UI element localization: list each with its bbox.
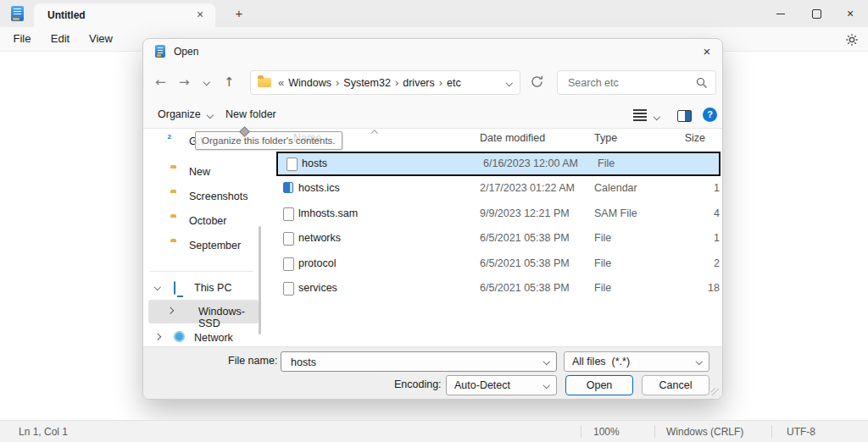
cancel-button[interactable]: Cancel — [642, 375, 709, 395]
minimize-icon — [776, 14, 785, 14]
calendar-file-icon — [283, 182, 293, 193]
file-size: 1 — [686, 232, 720, 244]
chevron-down-icon[interactable] — [542, 358, 549, 365]
file-name: services — [298, 282, 337, 294]
chevron-expanded-icon[interactable] — [154, 284, 161, 290]
search-box — [557, 70, 716, 95]
file-name: lmhosts.sam — [298, 207, 358, 219]
preview-pane-icon — [677, 110, 692, 122]
chevron-collapsed-icon[interactable] — [167, 307, 174, 314]
preview-pane-button[interactable] — [677, 110, 692, 124]
file-size: 2 — [686, 257, 720, 269]
nav-up-button[interactable]: ↑ — [224, 75, 235, 90]
dialog-footer: File name: All files (*.*) Encoding: Aut… — [143, 346, 722, 399]
file-name-combo — [281, 351, 557, 372]
breadcrumb-etc[interactable]: etc — [447, 77, 461, 89]
sidebar-item-october[interactable]: October — [143, 209, 266, 233]
search-icon — [696, 77, 708, 89]
breadcrumb-prefix: « — [278, 76, 284, 89]
file-name: hosts.ics — [298, 182, 340, 194]
chevron-collapsed-icon[interactable] — [154, 334, 161, 340]
file-date: 9/9/2023 12:21 PM — [480, 207, 570, 219]
file-row-networks[interactable]: networks 6/5/2021 05:38 PM File 1 — [275, 226, 721, 251]
search-input[interactable] — [566, 74, 693, 92]
column-header-size[interactable]: Size — [682, 132, 705, 144]
file-row-protocol[interactable]: protocol 6/5/2021 05:38 PM File 2 — [275, 251, 721, 276]
refresh-icon — [530, 75, 544, 89]
dialog-title: Open — [174, 46, 198, 58]
help-button[interactable]: ? — [703, 108, 717, 122]
breadcrumb-drivers[interactable]: drivers — [403, 77, 435, 89]
file-type-value: All files (*.*) — [572, 356, 630, 367]
sort-ascending-icon — [371, 130, 378, 137]
file-type: File — [594, 282, 611, 294]
column-header-date[interactable]: Date modified — [480, 132, 545, 144]
list-view-icon — [633, 109, 647, 121]
column-header-type[interactable]: Type — [594, 132, 617, 144]
sidebar-item-new[interactable]: New — [143, 160, 266, 184]
sidebar-scrollbar[interactable] — [259, 226, 261, 334]
breadcrumb-separator: › — [439, 76, 442, 89]
chevron-down-icon — [542, 382, 549, 389]
refresh-button[interactable] — [530, 75, 544, 92]
drive-badge: 2 — [168, 133, 171, 141]
menu-view[interactable]: View — [83, 30, 119, 47]
file-icon — [283, 207, 294, 221]
file-name-input[interactable] — [289, 353, 530, 372]
nav-back-button[interactable]: ← — [155, 75, 166, 90]
encoding-select[interactable]: Auto-Detect — [446, 375, 557, 395]
file-type-select[interactable]: All files (*.*) — [564, 351, 709, 372]
file-type: File — [598, 157, 615, 169]
notepad-app-icon — [11, 6, 24, 21]
view-mode-button[interactable] — [633, 109, 659, 124]
window-minimize-button[interactable] — [763, 0, 798, 27]
file-type: Calendar — [594, 182, 637, 194]
file-size: 4 — [686, 207, 720, 219]
window-close-button[interactable]: × — [832, 0, 868, 27]
file-row-hosts[interactable]: hosts 6/16/2023 12:00 AM File — [276, 152, 721, 176]
breadcrumb-bar[interactable]: « Windows › System32 › drivers › etc — [250, 70, 520, 95]
dialog-titlebar[interactable]: Open × — [143, 39, 722, 64]
organize-button[interactable]: Organize — [158, 108, 213, 120]
file-name: protocol — [298, 257, 336, 269]
sidebar-divider — [150, 271, 253, 272]
sidebar-item-windows-ssd[interactable]: Windows-SSD — [148, 300, 259, 323]
encoding-value: Auto-Detect — [454, 379, 510, 391]
new-folder-button[interactable]: New folder — [225, 108, 276, 120]
tab-untitled[interactable]: Untitled × — [34, 3, 215, 27]
recent-locations-dropdown-icon[interactable] — [203, 79, 210, 86]
network-icon — [174, 331, 185, 342]
file-row-hosts-ics[interactable]: hosts.ics 2/17/2023 01:22 AM Calendar 1 — [275, 176, 721, 201]
file-name-label: File name: — [228, 355, 277, 367]
menu-edit[interactable]: Edit — [44, 30, 76, 47]
dialog-body: 2 G:\ New Screenshots October September — [143, 129, 722, 346]
sidebar-item-this-pc[interactable]: This PC — [143, 276, 266, 300]
open-button[interactable]: Open — [565, 375, 633, 395]
file-type: File — [594, 232, 611, 244]
status-divider — [654, 425, 655, 438]
file-row-services[interactable]: services 6/5/2021 05:38 PM File 18 — [275, 276, 721, 301]
status-line-ending: Windows (CRLF) — [666, 426, 743, 438]
new-tab-button[interactable]: + — [231, 5, 248, 22]
resize-grip[interactable] — [711, 388, 719, 395]
address-dropdown-icon[interactable] — [505, 80, 512, 86]
breadcrumb-windows[interactable]: Windows — [288, 77, 331, 89]
app-window: Untitled × + × File Edit View Open × — [0, 0, 868, 442]
sidebar-item-screenshots[interactable]: Screenshots — [143, 185, 266, 208]
file-icon — [283, 257, 294, 271]
window-maximize-button[interactable] — [798, 0, 834, 27]
file-row-lmhosts[interactable]: lmhosts.sam 9/9/2023 12:21 PM SAM File 4 — [275, 202, 721, 226]
breadcrumb-system32[interactable]: System32 — [343, 77, 391, 89]
nav-forward-button[interactable]: → — [179, 75, 190, 90]
dialog-close-button[interactable]: × — [696, 42, 718, 61]
menu-file[interactable]: File — [7, 30, 37, 47]
file-date: 6/5/2021 05:38 PM — [480, 257, 570, 269]
file-date: 6/16/2023 12:00 AM — [483, 157, 578, 169]
file-type: SAM File — [594, 207, 637, 219]
close-icon: × — [847, 8, 854, 19]
status-divider — [581, 425, 581, 438]
settings-button[interactable] — [843, 31, 861, 48]
file-date: 6/5/2021 05:38 PM — [480, 282, 570, 294]
tab-close-button[interactable]: × — [192, 6, 209, 23]
sidebar-item-september[interactable]: September — [143, 234, 266, 257]
